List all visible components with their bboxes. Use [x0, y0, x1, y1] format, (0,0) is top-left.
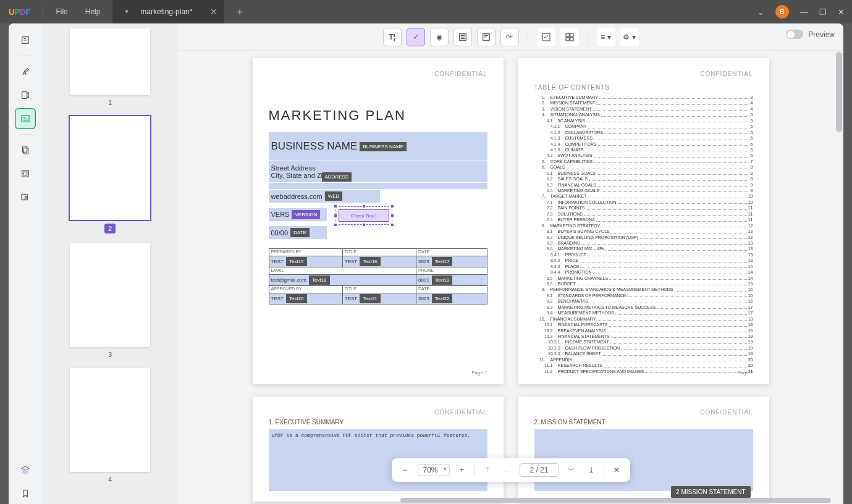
field-text15[interactable]: TESTText15 [269, 256, 342, 267]
last-page-icon[interactable]: ⤓ [584, 463, 599, 477]
thumb-num-2: 2 [104, 224, 116, 233]
align-tool-icon[interactable]: ≡ ▾ [597, 28, 615, 46]
thumb-page-4[interactable] [70, 368, 150, 472]
comment-tool-icon[interactable] [15, 61, 36, 82]
field-web[interactable]: webaddress.comWEB [269, 190, 380, 203]
field-text19[interactable]: 0891Text19 [416, 275, 486, 285]
page-4[interactable]: CONFIDENTIAL 2. MISSION STATEMENT 2 MISS… [518, 397, 769, 502]
menu-file[interactable]: File [47, 7, 76, 16]
list-tool-icon[interactable] [477, 28, 496, 46]
window-minimize-icon[interactable]: — [800, 7, 808, 17]
layers-icon[interactable] [15, 460, 36, 481]
new-tab-button[interactable]: ＋ [235, 6, 245, 19]
page-input[interactable]: 2 / 21 [520, 463, 559, 477]
field-text20[interactable]: TESTText20 [269, 293, 342, 304]
field-text16[interactable]: TESTText16 [343, 256, 416, 267]
svg-rect-13 [566, 37, 569, 40]
field-text21[interactable]: TESTText21 [343, 293, 416, 304]
page-footer: Page 1 [471, 370, 487, 376]
page-1[interactable]: CONFIDENTIAL MARKETING PLAN BUSINESS NAM… [253, 58, 504, 384]
reader-tool-icon[interactable] [15, 30, 36, 51]
field-date[interactable]: 00/00DATE [269, 226, 327, 239]
confidential-label: CONFIDENTIAL [434, 70, 487, 77]
toc-row: 1.EXECUTIVE SUMMARY3 [534, 94, 753, 100]
toc-row: 4.SITUATIONAL ANALYSIS5 [534, 112, 753, 117]
grid-tool-icon[interactable] [560, 28, 579, 46]
info-table: PREPARED BYTITLEDATE TESTText15 TESTText… [269, 248, 487, 304]
field-version[interactable]: VERSVERSION [269, 208, 327, 221]
tag-date: DATE [290, 228, 310, 237]
zoom-out-icon[interactable]: − [397, 463, 412, 477]
scrollbar-horizontal[interactable] [400, 498, 831, 503]
button-tool-icon[interactable]: OK [500, 28, 519, 46]
toc-row: 10.2BREAKEVEN ANALYSIS18 [534, 328, 753, 334]
main-area: T¦ ✓ ◉ OK ≡ ▾ ⚙ ▾ Preview CONFIDENTI [178, 23, 843, 504]
radio-tool-icon[interactable]: ◉ [430, 28, 449, 46]
toc-row: 7.4BUYER PERSONA11 [534, 217, 753, 222]
user-avatar[interactable]: B [775, 5, 789, 19]
thumbnail-panel[interactable]: 1 2 3 4 [42, 23, 178, 504]
thumb-num-1: 1 [108, 99, 112, 106]
window-close-icon[interactable]: ✕ [838, 7, 845, 17]
thumb-page-2[interactable] [70, 116, 150, 220]
section-heading: 1. EXECUTIVE SUMMARY [269, 419, 487, 426]
next-page-icon[interactable]: ﹀ [564, 463, 579, 477]
tag-address: ADDRESS [322, 172, 352, 182]
edit-tool-icon[interactable] [15, 85, 36, 106]
preview-toggle[interactable] [786, 30, 803, 39]
toc-row: 4.1.4COMPETITORS6 [534, 141, 753, 147]
toc-row: 4.1.3CUSTOMERS5 [534, 135, 753, 141]
page-2[interactable]: CONFIDENTIAL TABLE OF CONTENTS 1.EXECUTI… [518, 58, 769, 384]
form-tool-icon[interactable] [15, 108, 36, 129]
checkbox-label: Check Box1 [339, 209, 389, 222]
tag-version: VERSION [292, 210, 320, 219]
toc-row: 6.2SALES GOALS8 [534, 176, 753, 182]
page-3[interactable]: CONFIDENTIAL 1. EXECUTIVE SUMMARY UPDF i… [253, 397, 504, 502]
toc-row: 11.APPENDIX20 [534, 357, 753, 363]
crop-tool-icon[interactable] [15, 163, 36, 184]
zoom-select[interactable]: 70% [417, 464, 449, 476]
confidential-label: CONFIDENTIAL [700, 70, 753, 77]
toc-row: 4.1.1COMPANY5 [534, 124, 753, 129]
close-zoombar-icon[interactable]: ✕ [609, 463, 624, 477]
redact-tool-icon[interactable] [15, 187, 36, 208]
thumb-page-1[interactable] [70, 28, 150, 95]
toc-row: 9.3MARKETING METRICS TO MEASURE SUCCESS1… [534, 304, 753, 310]
thumb-page-3[interactable] [70, 243, 150, 347]
tab-dropdown-icon[interactable]: ▼ [124, 9, 129, 15]
document-tab[interactable]: ▼ marketing-plan* ✕ [112, 0, 224, 23]
field-business-name[interactable]: BUSINESS NAMEBUSINESS NAME [269, 132, 487, 161]
confidential-label: CONFIDENTIAL [434, 409, 487, 416]
organize-tool-icon[interactable] [15, 140, 36, 161]
toc-row: 11.1RESEARCH RESULTS20 [534, 363, 753, 368]
toc-row: 10.3FINANCIAL STATEMENTS19 [534, 334, 753, 339]
prev-page-icon[interactable]: ︿ [500, 463, 515, 477]
toc-row: 8.4.3PLACE14 [534, 264, 753, 269]
field-address[interactable]: Street AddressCity, State and Zip ADDRES… [269, 161, 487, 182]
tools-dropdown-icon[interactable]: ⚙ ▾ [620, 28, 639, 46]
signature-tool-icon[interactable] [537, 28, 555, 46]
toc-row: 8.4.1PRODUCT13 [534, 252, 753, 258]
checkbox-tool-icon[interactable]: ✓ [407, 28, 425, 46]
field-text17[interactable]: 2023Text17 [416, 256, 486, 267]
zoom-in-icon[interactable]: + [455, 463, 470, 477]
toc-row: 4.1.2COLLABORATORS5 [534, 130, 753, 135]
zoom-bar: − 70% + ⤒ ︿ 2 / 21 ﹀ ⤓ ✕ [391, 458, 630, 482]
tab-close-icon[interactable]: ✕ [210, 7, 217, 17]
toc-row: 10.3.2CASH FLOW PROJECTION19 [534, 345, 753, 351]
field-text18[interactable]: test@gmail.comText18 [269, 275, 416, 285]
toc-row: 8.MARKETING STRATEGY12 [534, 223, 753, 229]
window-restore-icon[interactable]: ❐ [819, 7, 827, 17]
scrollbar-vertical[interactable] [836, 52, 842, 132]
field-text22[interactable]: 2023Text22 [416, 293, 486, 304]
toc-row: 7.3SOLUTIONS11 [534, 211, 753, 217]
dropdown-tool-icon[interactable] [453, 28, 472, 46]
page-canvas[interactable]: CONFIDENTIAL MARKETING PLAN BUSINESS NAM… [178, 51, 843, 504]
bookmark-icon[interactable] [15, 483, 36, 504]
first-page-icon[interactable]: ⤒ [480, 463, 495, 477]
text-field-tool-icon[interactable]: T¦ [383, 28, 402, 46]
menu-help[interactable]: Help [77, 7, 109, 16]
new-checkbox-field[interactable]: Check Box1 [335, 206, 392, 225]
chevron-down-icon[interactable]: ⌄ [757, 7, 764, 17]
toc-title: TABLE OF CONTENTS [534, 84, 753, 91]
